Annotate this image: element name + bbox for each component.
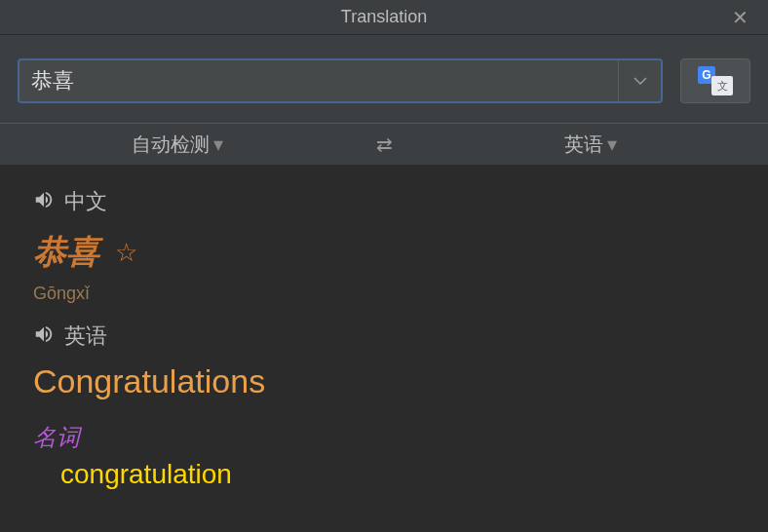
speaker-icon[interactable]: [33, 189, 55, 214]
translation-text: Congratulations: [33, 362, 735, 400]
target-language-label: 英语: [564, 132, 603, 158]
source-language-selector[interactable]: 自动检测 ▾: [0, 132, 355, 158]
chevron-down-icon: [634, 77, 647, 85]
google-translate-icon: G 文: [698, 66, 733, 95]
part-of-speech: 名词: [33, 422, 735, 453]
close-icon[interactable]: ✕: [724, 2, 756, 33]
title-bar: Translation ✕: [0, 0, 768, 35]
search-row: G 文: [0, 35, 768, 123]
target-language: 英语: [64, 322, 107, 351]
google-translate-button[interactable]: G 文: [680, 58, 750, 103]
search-input[interactable]: [19, 60, 618, 101]
source-language-label: 自动检测: [132, 132, 210, 158]
target-language-selector[interactable]: 英语 ▾: [413, 132, 768, 158]
swap-icon: ⇄: [376, 133, 393, 156]
source-word: 恭喜: [33, 230, 99, 275]
chevron-down-icon: ▾: [607, 133, 617, 156]
star-icon[interactable]: ☆: [115, 238, 137, 268]
search-box: [18, 58, 663, 103]
chevron-down-icon: ▾: [213, 133, 223, 156]
source-word-row: 恭喜 ☆: [33, 230, 735, 275]
language-bar: 自动检测 ▾ ⇄ 英语 ▾: [0, 123, 768, 166]
result-content: 中文 恭喜 ☆ Gōngxǐ 英语 Congratulations 名词 con…: [0, 166, 768, 532]
pinyin: Gōngxǐ: [33, 283, 735, 304]
swap-languages-button[interactable]: ⇄: [355, 133, 413, 156]
target-language-row: 英语: [33, 322, 735, 351]
detected-language: 中文: [64, 187, 107, 216]
window-title: Translation: [341, 7, 427, 27]
detected-language-row: 中文: [33, 187, 735, 216]
definition-word: congratulation: [33, 459, 735, 490]
search-history-dropdown[interactable]: [618, 60, 661, 101]
speaker-icon[interactable]: [33, 323, 55, 349]
